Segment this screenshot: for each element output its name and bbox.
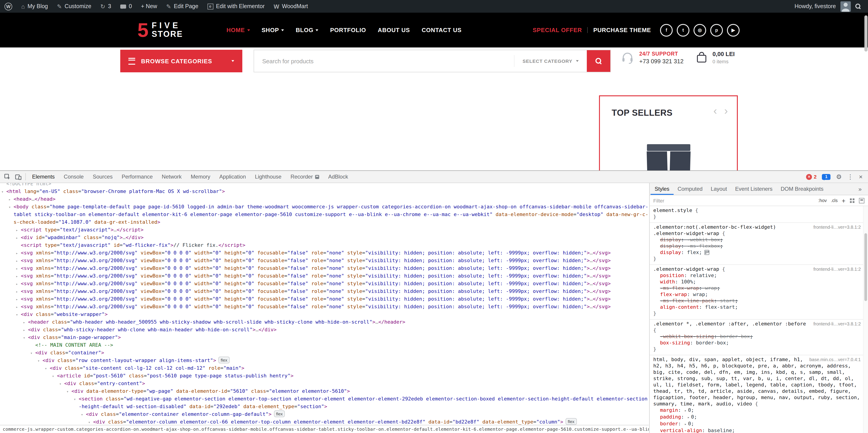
- dom-tree-row[interactable]: ▸<svg xmlns="http://www.w3.org/2000/svg"…: [0, 295, 649, 303]
- support-phone[interactable]: +73 099 321 312: [639, 58, 684, 65]
- special-offer-link[interactable]: SPECIAL OFFER: [533, 27, 582, 33]
- carousel-next-arrow[interactable]: ›: [724, 105, 728, 116]
- css-declaration[interactable]: flex-wrap: wrap;: [653, 291, 861, 298]
- customize-menu[interactable]: ✎ Customize: [53, 0, 96, 13]
- dom-tree-row[interactable]: ▸<head>…</head>: [0, 195, 649, 203]
- twisty-collapsed-icon[interactable]: ▸: [8, 196, 11, 204]
- twisty-collapsed-icon[interactable]: ▸: [23, 326, 25, 334]
- css-declaration[interactable]: -ms-flex-wrap: wrap;: [653, 285, 861, 291]
- new-content-menu[interactable]: + New: [136, 0, 162, 13]
- dom-tree-row[interactable]: ▸<script type="text/javascript">…</scrip…: [0, 226, 649, 234]
- sidebar-tab-dom-breakpoints[interactable]: DOM Breakpoints: [777, 183, 828, 195]
- dom-tree-row[interactable]: ▾<div class="elementor-column elementor-…: [0, 418, 649, 426]
- edit-with-elementor-menu[interactable]: e Edit with Elementor: [203, 0, 269, 13]
- page-scrollbar-thumb[interactable]: [864, 16, 868, 52]
- woodmart-menu[interactable]: W WoodMart: [269, 0, 312, 13]
- styles-scrollbar[interactable]: [863, 206, 868, 433]
- css-declaration[interactable]: padding: ▸0;: [653, 414, 861, 421]
- sidebar-tab-computed[interactable]: Computed: [673, 183, 707, 195]
- sidebar-tab-event-listeners[interactable]: Event Listeners: [731, 183, 776, 195]
- dom-tree-row[interactable]: ▸<svg xmlns="http://www.w3.org/2000/svg"…: [0, 249, 649, 257]
- css-selector[interactable]: html, body, div, span, applet, object, i…: [653, 357, 860, 407]
- flex-badge[interactable]: flex: [274, 410, 285, 417]
- dom-tree-row[interactable]: ▾<html lang="en-US" class="browser-Chrom…: [0, 188, 649, 195]
- dom-tree-row[interactable]: ▸<header class="whb-header whb-header_50…: [0, 318, 649, 326]
- dom-tree-row[interactable]: ▾<div class="row content-layout-wrapper …: [0, 357, 649, 364]
- dom-tree-row[interactable]: ▸<svg xmlns="http://www.w3.org/2000/svg"…: [0, 287, 649, 295]
- twisty-collapsed-icon[interactable]: ▸: [16, 303, 18, 311]
- twisty-expanded-icon[interactable]: ▾: [8, 204, 11, 211]
- filter-input[interactable]: Filter: [653, 198, 664, 203]
- tab-console[interactable]: Console: [59, 171, 88, 183]
- twisty-expanded-icon[interactable]: ▾: [59, 380, 61, 388]
- css-declaration[interactable]: display: -webkit-box;: [653, 237, 861, 243]
- css-declaration[interactable]: position: relative;: [653, 273, 861, 279]
- nav-item-contact-us[interactable]: CONTACT US: [422, 27, 462, 33]
- issues-badge[interactable]: 1: [822, 174, 831, 180]
- facebook-icon[interactable]: f: [660, 24, 673, 36]
- expand-shorthand-icon[interactable]: ▸: [687, 415, 690, 420]
- expand-shorthand-icon[interactable]: ▸: [684, 409, 687, 413]
- twisty-collapsed-icon[interactable]: ▸: [16, 257, 18, 265]
- dom-tree-row[interactable]: ▾<div class="site-content col-lg-12 col-…: [0, 364, 649, 372]
- twisty-collapsed-icon[interactable]: ▸: [16, 296, 18, 303]
- comments-menu[interactable]: 0: [116, 0, 136, 13]
- tab-performance[interactable]: Performance: [117, 171, 157, 183]
- twisty-collapsed-icon[interactable]: ▸: [16, 273, 18, 280]
- tab-lighthouse[interactable]: Lighthouse: [250, 171, 286, 183]
- nav-item-shop[interactable]: SHOP: [261, 27, 284, 33]
- dom-tree-row[interactable]: ▸<svg xmlns="http://www.w3.org/2000/svg"…: [0, 280, 649, 287]
- layers-icon[interactable]: [859, 198, 864, 203]
- twisty-collapsed-icon[interactable]: ▸: [16, 280, 18, 288]
- wp-logo-menu[interactable]: W: [0, 0, 17, 13]
- twitter-icon[interactable]: t: [677, 24, 689, 36]
- dom-tree-row[interactable]: ▾<div class="main-page-wrapper">: [0, 334, 649, 341]
- stylesheet-link[interactable]: frontend-li…ver=3.8.1:2: [813, 266, 861, 273]
- dom-tree-row[interactable]: ▸<div class="whb-sticky-header whb-clone…: [0, 326, 649, 334]
- toggle-hover-state-button[interactable]: :hov: [818, 198, 827, 203]
- twisty-expanded-icon[interactable]: ▾: [30, 349, 33, 357]
- twisty-expanded-icon[interactable]: ▾: [1, 188, 4, 196]
- youtube-icon[interactable]: ▶: [727, 24, 740, 36]
- more-options-icon[interactable]: ⋮: [847, 174, 854, 180]
- dom-tree-row[interactable]: ▾<article id="post-5610" class="post-561…: [0, 372, 649, 380]
- dom-tree-row[interactable]: ▸<svg xmlns="http://www.w3.org/2000/svg"…: [0, 265, 649, 272]
- carousel-prev-arrow[interactable]: ‹: [713, 105, 717, 116]
- dom-breadcrumb[interactable]: commerce-js.wrapper-custom.categories-ac…: [0, 425, 649, 433]
- tab-elements[interactable]: Elements: [28, 171, 59, 183]
- close-devtools-icon[interactable]: ×: [859, 174, 863, 180]
- stylesheet-link[interactable]: base.min.cs…ver=7.0.4:1: [809, 357, 861, 363]
- twisty-expanded-icon[interactable]: ▾: [66, 388, 69, 396]
- more-tabs-icon[interactable]: »: [859, 186, 867, 192]
- tab-sources[interactable]: Sources: [88, 171, 117, 183]
- site-logo[interactable]: 5 FIVE STORE: [137, 21, 183, 39]
- twisty-collapsed-icon[interactable]: ▸: [16, 265, 18, 273]
- dom-tree-row[interactable]: ▾<section class="wd-negative-gap element…: [0, 395, 649, 410]
- css-declaration[interactable]: margin: ▸0;: [653, 407, 861, 414]
- toggle-class-button[interactable]: .cls: [831, 198, 838, 203]
- twisty-expanded-icon[interactable]: ▾: [16, 311, 18, 319]
- twisty-expanded-icon[interactable]: ▾: [45, 365, 47, 372]
- dom-tree-row[interactable]: ▸<div id="wpadminbar" class="nojq">…</di…: [0, 234, 649, 241]
- tab-recorder[interactable]: Recorder: [286, 171, 324, 183]
- sidebar-tab-styles[interactable]: Styles: [651, 183, 673, 195]
- css-declaration[interactable]: -webkit-box-sizing: border-box;: [653, 334, 861, 340]
- howdy-user-menu[interactable]: Howdy, fivestore: [795, 3, 836, 9]
- nav-item-blog[interactable]: BLOG: [296, 27, 318, 33]
- css-declaration[interactable]: -ms-flex-line-pack: start;: [653, 298, 861, 304]
- pinterest-icon[interactable]: p: [710, 24, 723, 36]
- css-declaration[interactable]: display: flex;: [653, 249, 861, 256]
- dom-tree-row[interactable]: ▾<div class="website-wrapper">: [0, 310, 649, 318]
- flex-badge[interactable]: flex: [218, 357, 230, 363]
- mini-cart[interactable]: 0,00 LEI 0 items: [695, 51, 735, 64]
- twisty-collapsed-icon[interactable]: ▸: [23, 319, 25, 326]
- instagram-icon[interactable]: ◎: [693, 24, 706, 36]
- twisty-expanded-icon[interactable]: ▾: [37, 357, 40, 365]
- dom-tree-row[interactable]: ▾<div class="elementor-container element…: [0, 410, 649, 418]
- edit-page-menu[interactable]: ✎ Edit Page: [162, 0, 203, 13]
- dom-tree-row[interactable]: ▸<svg xmlns="http://www.w3.org/2000/svg"…: [0, 272, 649, 280]
- tab-memory[interactable]: Memory: [186, 171, 215, 183]
- twisty-collapsed-icon[interactable]: ▸: [16, 249, 18, 257]
- purchase-theme-link[interactable]: PURCHASE THEME: [593, 27, 651, 33]
- css-selector[interactable]: element.style: [653, 208, 692, 213]
